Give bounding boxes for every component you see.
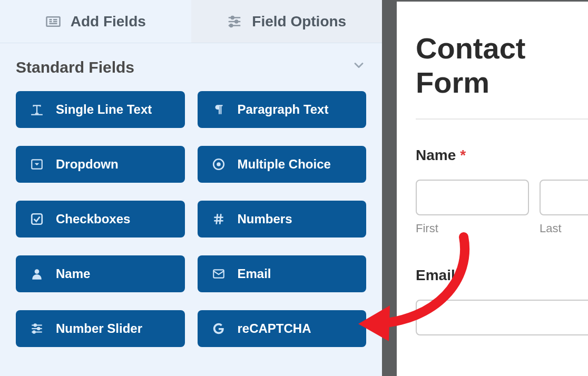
field-label: Dropdown	[56, 157, 119, 172]
envelope-icon	[211, 266, 226, 281]
standard-fields-section: Standard Fields Single Line Text	[0, 43, 382, 347]
person-icon	[30, 266, 44, 281]
dropdown-icon	[30, 157, 44, 172]
radio-icon	[211, 157, 226, 172]
field-label: Numbers	[238, 212, 292, 226]
svg-line-20	[220, 214, 221, 224]
svg-line-19	[216, 214, 217, 224]
fields-grid: Single Line Text Paragraph Text Dropdown	[16, 91, 366, 347]
svg-point-24	[34, 324, 36, 326]
svg-point-26	[37, 328, 40, 330]
field-dropdown[interactable]: Dropdown	[16, 146, 185, 183]
svg-point-15	[217, 162, 221, 166]
required-indicator: *	[460, 147, 466, 164]
sliders-icon	[30, 321, 44, 336]
field-label: reCAPTCHA	[238, 321, 311, 336]
google-icon	[211, 321, 226, 336]
name-field-label: Name *	[416, 147, 588, 164]
last-name-input[interactable]	[540, 180, 588, 215]
field-checkboxes[interactable]: Checkboxes	[16, 201, 185, 238]
page-title: Contact Form	[416, 31, 588, 100]
checkbox-icon	[30, 212, 44, 226]
field-multiple-choice[interactable]: Multiple Choice	[198, 146, 367, 183]
field-recaptcha[interactable]: reCAPTCHA	[198, 310, 367, 347]
text-icon	[30, 102, 44, 117]
tab-label: Add Fields	[71, 13, 146, 30]
divider	[416, 118, 588, 120]
section-header[interactable]: Standard Fields	[16, 58, 366, 76]
svg-point-9	[236, 20, 238, 23]
field-label: Name	[56, 266, 90, 281]
fields-panel: Add Fields Field Options Standard Fields	[0, 0, 382, 376]
field-single-line-text[interactable]: Single Line Text	[16, 91, 185, 128]
paragraph-icon	[211, 102, 226, 117]
name-inputs-row: First Last	[416, 180, 588, 235]
field-label: Single Line Text	[56, 102, 152, 117]
hash-icon	[211, 212, 226, 226]
section-title: Standard Fields	[16, 58, 134, 76]
tabs: Add Fields Field Options	[0, 0, 382, 43]
field-label: Multiple Choice	[238, 157, 331, 172]
first-sublabel: First	[416, 222, 529, 235]
email-input[interactable]	[416, 300, 588, 335]
first-name-input[interactable]	[416, 180, 529, 215]
tab-label: Field Options	[252, 13, 346, 30]
field-numbers[interactable]: Numbers	[198, 201, 367, 238]
field-label: Number Slider	[56, 321, 142, 336]
svg-point-7	[231, 16, 234, 19]
svg-rect-16	[32, 214, 42, 224]
preview-panel: Contact Form Name * First Last Email	[382, 0, 588, 376]
tab-add-fields[interactable]: Add Fields	[0, 0, 191, 43]
chevron-down-icon	[351, 58, 366, 76]
last-sublabel: Last	[540, 222, 588, 235]
sliders-icon	[227, 14, 242, 29]
svg-point-21	[35, 269, 40, 274]
form-preview: Contact Form Name * First Last Email	[397, 2, 588, 376]
field-paragraph-text[interactable]: Paragraph Text	[198, 91, 367, 128]
email-field-label: Email	[416, 267, 588, 284]
field-label: Email	[238, 266, 271, 281]
svg-point-28	[33, 331, 35, 333]
field-email[interactable]: Email	[198, 255, 367, 292]
tab-field-options[interactable]: Field Options	[191, 0, 383, 43]
form-icon	[45, 14, 61, 29]
field-number-slider[interactable]: Number Slider	[16, 310, 185, 347]
field-name[interactable]: Name	[16, 255, 185, 292]
field-label: Paragraph Text	[238, 102, 329, 117]
field-label: Checkboxes	[56, 212, 130, 226]
svg-point-11	[230, 24, 233, 27]
